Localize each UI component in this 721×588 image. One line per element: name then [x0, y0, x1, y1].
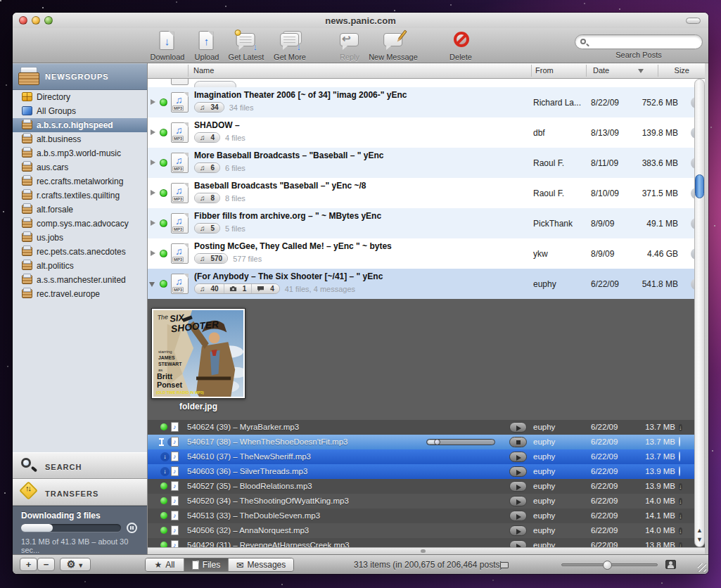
disclosure-triangle-icon[interactable] [151, 99, 155, 105]
play-button[interactable] [509, 481, 527, 492]
horizontal-scroll-nub[interactable] [421, 549, 426, 553]
search-posts-label: Search Posts [575, 51, 703, 59]
playback-knob[interactable] [434, 439, 440, 445]
badge-pill: ♫4014 [194, 283, 280, 294]
action-menu-button[interactable]: ⚙▼ [60, 558, 91, 571]
svg-text:(OLD TIME RADIO IN MP3): (OLD TIME RADIO IN MP3) [156, 390, 204, 395]
play-button[interactable] [509, 511, 527, 521]
slider-knob[interactable] [603, 561, 612, 570]
scrollbar-thumb[interactable] [695, 174, 704, 198]
play-button[interactable] [509, 540, 527, 547]
sidebar-item-rec-pets-cats-anecdotes[interactable]: rec.pets.cats.anecdotes [13, 245, 147, 259]
post-size: 49.1 MB [646, 208, 678, 238]
toolbar-button-download[interactable]: ↓Download [151, 31, 185, 61]
post-row[interactable]: MP3Baseball Broadcasts "Baseball –" yEnc… [148, 178, 705, 208]
play-button[interactable] [509, 466, 527, 477]
post-files-label: 8 files [225, 194, 245, 203]
disclosure-triangle-icon[interactable] [151, 220, 155, 226]
toolbar-button-get-more[interactable]: ↓Get More [274, 31, 306, 61]
sidebar-item-a-b-s-r-o-highspeed[interactable]: a.b.s.r.o.highspeed [13, 118, 147, 132]
file-row[interactable]: 540429 (31) – RevengeAtHarnessCreek.mp3e… [148, 538, 705, 547]
file-row[interactable]: 540624 (39) – MyraBarker.mp3euphy6/22/09… [148, 420, 705, 435]
post-files-label: 577 files [233, 255, 262, 263]
play-button[interactable] [509, 452, 527, 462]
stop-button[interactable] [509, 437, 527, 447]
sidebar-item-comp-sys-mac-advocacy[interactable]: comp.sys.mac.advocacy [13, 217, 147, 231]
filter-all[interactable]: ★All [146, 558, 184, 571]
toolbar-button-delete[interactable]: Delete [449, 31, 473, 61]
file-icon [192, 561, 199, 570]
folder-jpg-thumbnail[interactable]: The SIX SHOOTER starring JAMES STEWART a… [151, 308, 245, 399]
post-row[interactable]: MP3More Baseball Broadcasts – "Baseball … [148, 148, 705, 178]
sidebar-item-Directory[interactable]: Directory [13, 90, 147, 104]
file-row[interactable]: ↓540603 (36) – SilverThreads.mp3euphy6/2… [148, 464, 705, 479]
file-size: 13.7 MB [645, 449, 675, 464]
sidebar-item-alt-politics[interactable]: alt.politics [13, 259, 147, 273]
remove-group-button[interactable]: − [37, 558, 55, 571]
titlebar[interactable]: news.panic.com [13, 13, 708, 28]
filter-messages[interactable]: ✉Messages [228, 558, 293, 571]
sidebar-item-alt-forsale[interactable]: alt.forsale [13, 203, 147, 217]
play-button[interactable] [509, 496, 527, 506]
file-row[interactable]: 540520 (34) – TheShootingOfWyattKing.mp3… [148, 494, 705, 509]
disclosure-triangle-icon[interactable] [151, 129, 155, 135]
vertical-scrollbar[interactable]: ▲ ▼ [694, 79, 705, 547]
toolbar-button-get-latest[interactable]: ↓Get Latest [229, 31, 264, 61]
sidebar-item-alt-business[interactable]: alt.business [13, 132, 147, 146]
column-name[interactable]: Name [193, 66, 214, 75]
sidebar-item-a-b-s-mp3-world-music[interactable]: a.b.s.mp3.world-music [13, 146, 147, 160]
disclosure-triangle-icon[interactable] [151, 190, 155, 196]
scroll-down-arrow[interactable]: ▼ [694, 535, 705, 544]
play-button[interactable] [509, 422, 527, 433]
newsgroups-header[interactable]: NEWSGROUPS [13, 63, 147, 90]
toolbar-toggle-button[interactable] [686, 18, 701, 24]
sidebar-item-All-Groups[interactable]: All Groups [13, 104, 147, 118]
sidebar-item-rec-crafts-metalworking[interactable]: rec.crafts.metalworking [13, 174, 147, 188]
playback-slider[interactable] [426, 439, 495, 445]
post-date: 8/22/09 [591, 87, 619, 117]
thumbnail-size-slider[interactable] [561, 563, 658, 566]
add-group-button[interactable]: + [20, 558, 37, 571]
scrollbar-track[interactable] [694, 79, 705, 547]
column-date[interactable]: Date [593, 66, 609, 75]
file-row[interactable]: 540513 (33) – TheDoubleSeven.mp3euphy6/2… [148, 509, 705, 523]
filter-files[interactable]: Files [184, 558, 228, 571]
post-row[interactable]: MP3Posting McGee, They Called Me! – yEnc… [148, 238, 705, 269]
sidebar-item-rec-travel-europe[interactable]: rec.travel.europe [13, 287, 147, 301]
file-row[interactable]: ↓540610 (37) – TheNewSheriff.mp3euphy6/2… [148, 449, 705, 464]
file-date: 6/22/09 [591, 420, 618, 435]
horizontal-scrollbar[interactable] [148, 547, 705, 554]
post-row[interactable]: MP3Imagination Theater 2006 [~ of 34] "i… [148, 87, 705, 117]
toolbar-button-reply[interactable]: ↩Reply [338, 31, 362, 61]
transfers-section-header[interactable]: ↑↓ TRANSFERS [13, 479, 147, 506]
disclosure-triangle-icon[interactable] [149, 282, 155, 287]
window-resize-grip[interactable] [698, 563, 706, 572]
play-button[interactable] [509, 525, 527, 536]
sidebar-item-label: us.jobs [37, 233, 63, 243]
sidebar-item-us-jobs[interactable]: us.jobs [13, 231, 147, 245]
file-size: 13.7 MB [645, 435, 675, 449]
sidebar-item-label: All Groups [37, 106, 76, 116]
post-row[interactable]: MP3(For Anybody – The Six Shooter [~/41]… [148, 269, 705, 299]
post-text: Posting McGee, They Called Me! – yEnc " … [194, 241, 525, 264]
post-row-partial[interactable] [148, 79, 705, 87]
column-size[interactable]: Size [675, 66, 689, 75]
toolbar-button-new-message[interactable]: New Message [369, 31, 418, 61]
toolbar-button-upload[interactable]: ↑Upload [195, 31, 219, 61]
file-row[interactable]: ↓540617 (38) – WhenTheShoeDoesn'tFit.mp3… [148, 435, 705, 449]
post-row[interactable]: MP3SHADOW –♫44 filesdbf8/13/09139.8 MB↓ [148, 117, 705, 148]
search-input[interactable] [575, 34, 703, 49]
sidebar-item-aus-cars[interactable]: aus.cars [13, 160, 147, 174]
sidebar-item-a-s-s-manchester-united[interactable]: a.s.s.manchester.united [13, 273, 147, 287]
scroll-up-arrow[interactable]: ▲ [694, 526, 705, 535]
file-row[interactable]: 540527 (35) – BloodRelations.mp3euphy6/2… [148, 479, 705, 494]
post-row[interactable]: MP3Fibber fills from archive.org – " ~ M… [148, 208, 705, 238]
column-from[interactable]: From [535, 66, 554, 75]
disclosure-triangle-icon[interactable] [151, 160, 155, 165]
file-row[interactable]: 540506 (32) – AnnaNorquest.mp3euphy6/22/… [148, 523, 705, 538]
search-section-header[interactable]: SEARCH [13, 452, 147, 479]
sidebar-item-r-crafts-textiles-quilting[interactable]: r.crafts.textiles.quilting [13, 188, 147, 203]
sort-descending-icon [638, 69, 644, 73]
pause-button[interactable] [127, 523, 137, 533]
disclosure-triangle-icon[interactable] [151, 250, 155, 256]
